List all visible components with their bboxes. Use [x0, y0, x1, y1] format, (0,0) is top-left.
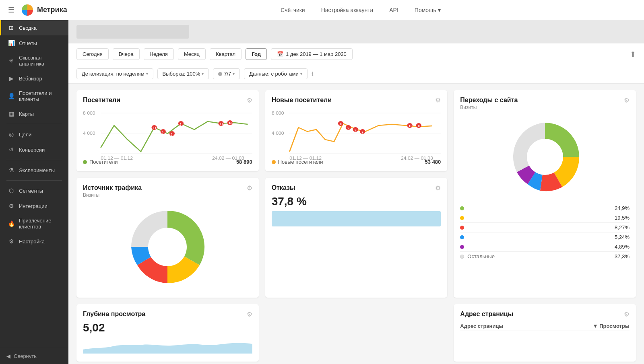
posetiteli-icon: 👤 — [8, 93, 15, 100]
sample-select[interactable]: Выборка: 100% ▾ — [157, 68, 209, 79]
visitors-card-header: Посетители ⚙ — [83, 97, 252, 104]
nav-account[interactable]: Настройка аккаунта — [321, 7, 374, 13]
sidebar-label-skvoznaya: Сквозная аналитика — [19, 55, 62, 67]
sidebar-label-eksperimenty: Эксперименты — [19, 167, 55, 173]
privlechenie-icon: 🔥 — [8, 220, 15, 227]
tseli-icon: ◎ — [8, 131, 15, 138]
address-gear-button[interactable]: ⚙ — [624, 311, 630, 318]
sidebar-item-vebvisor[interactable]: ▶ Вебвизор — [0, 71, 68, 86]
sidebar-label-karty: Карты — [19, 111, 34, 117]
sidebar-item-posetiteli[interactable]: 👤 Посетители и клиенты — [0, 86, 68, 106]
transitions-card-subtitle: Визиты — [460, 105, 518, 110]
visitors-card-title: Посетители — [83, 97, 120, 104]
traffic-donut-container — [83, 203, 252, 291]
period-week[interactable]: Неделя — [144, 48, 174, 60]
svg-text:H: H — [340, 122, 342, 125]
integratsii-icon: ⚙ — [8, 202, 15, 210]
depth-gear-button[interactable]: ⚙ — [247, 311, 252, 318]
otchety-icon: 📊 — [8, 39, 15, 47]
legend-pct-other: 37,3% — [615, 253, 630, 259]
sidebar-divider-2 — [6, 160, 62, 160]
sidebar-label-segmenty: Сегменты — [19, 188, 43, 194]
nastroika-icon: ⚙ — [8, 238, 15, 245]
logo: Метрика — [21, 4, 85, 16]
visitors-card: Посетители ⚙ 8 000 4 000 H — [76, 90, 259, 171]
sidebar-item-nastroika[interactable]: ⚙ Настройка — [0, 234, 68, 249]
counter-dot — [218, 72, 222, 76]
transitions-donut-svg — [505, 117, 585, 197]
traffic-source-card: Источник трафика Визиты ⚙ — [76, 178, 259, 298]
nav-api[interactable]: API — [389, 7, 398, 13]
sidebar-collapse[interactable]: ◀ Свернуть — [0, 348, 68, 364]
y-axis-4000: 4 000 — [272, 131, 284, 136]
sidebar-item-eksperimenty[interactable]: ⚗ Эксперименты — [0, 162, 68, 178]
legend-pct-4: 5,24% — [615, 234, 630, 240]
bounce-card: Отказы ⚙ 37,8 % — [265, 178, 448, 298]
date-range-text: 1 дек 2019 — 1 мар 2020 — [286, 51, 347, 57]
x-label-left: 01.12 — 01.12 — [101, 156, 133, 160]
traffic-card-title: Источник трафика — [83, 184, 142, 191]
sidebar-item-integratsii[interactable]: ⚙ Интеграции — [0, 198, 68, 214]
new-visitors-card: Новые посетители ⚙ 8 000 4 000 H ) ) — [265, 90, 448, 171]
counter-select[interactable]: 7/7 ▾ — [213, 68, 240, 79]
period-today[interactable]: Сегодня — [76, 48, 109, 60]
sidebar-item-tseli[interactable]: ◎ Цели — [0, 127, 68, 142]
sidebar-label-tseli: Цели — [19, 132, 31, 138]
traffic-donut-svg — [123, 203, 212, 291]
bounce-gear-button[interactable]: ⚙ — [435, 184, 441, 192]
sample-arrow-icon: ▾ — [202, 72, 204, 76]
svg-text:H: H — [409, 124, 411, 128]
depth-value: 5,02 — [83, 321, 252, 334]
legend-row-2: 19,5% — [460, 213, 630, 222]
collapse-arrow-icon: ◀ — [6, 353, 10, 359]
sidebar: ⊞ Сводка 📊 Отчеты ✳ Сквозная аналитика ▶… — [0, 20, 68, 364]
visitors-gear-button[interactable]: ⚙ — [247, 97, 252, 104]
detail-select[interactable]: Детализация: по неделям ▾ — [76, 68, 153, 79]
address-card-header: Адрес страницы ⚙ — [460, 311, 630, 318]
svg-text:): ) — [162, 130, 163, 134]
dashboard: Посетители ⚙ 8 000 4 000 H — [68, 84, 644, 364]
transitions-card: Переходы с сайта Визиты ⚙ — [454, 90, 636, 298]
sidebar-item-privlechenie[interactable]: 🔥 Привлечение клиентов — [0, 214, 68, 234]
period-month[interactable]: Месяц — [178, 48, 206, 60]
traffic-gear-button[interactable]: ⚙ — [247, 184, 252, 192]
main-content: Сегодня Вчера Неделя Месяц Квартал Год 📅… — [68, 20, 644, 364]
calendar-icon: 📅 — [277, 51, 283, 57]
new-visitors-gear-button[interactable]: ⚙ — [435, 97, 441, 104]
sidebar-item-konversii[interactable]: ↺ Конверсии — [0, 142, 68, 157]
sidebar-item-karty[interactable]: ▦ Карты — [0, 106, 68, 121]
hamburger-icon[interactable]: ☰ — [8, 6, 14, 14]
address-table: Адрес страницы ▼ Просмотры — [460, 321, 630, 331]
svg-text:H: H — [229, 121, 231, 125]
bounce-value: 37,8 % — [272, 195, 441, 208]
legend-dot-purple — [460, 245, 464, 249]
sidebar-item-svodka[interactable]: ⊞ Сводка — [0, 20, 68, 35]
address-card-title: Адрес страницы — [460, 311, 513, 318]
nav-counters[interactable]: Счётчики — [281, 7, 305, 13]
data-select[interactable]: Данные: с роботами ▾ — [244, 68, 307, 79]
counter-arrow-icon: ▾ — [233, 72, 235, 76]
address-col2-header: ▼ Просмотры — [552, 321, 630, 331]
export-button[interactable]: ⬆ — [630, 50, 636, 59]
traffic-card-subtitle: Визиты — [83, 192, 142, 198]
sidebar-item-otchety[interactable]: 📊 Отчеты — [0, 35, 68, 51]
depth-card: Глубина просмотра ⚙ 5,02 — [76, 304, 259, 362]
transitions-gear-button[interactable]: ⚙ — [624, 97, 630, 104]
period-yesterday[interactable]: Вчера — [113, 48, 140, 60]
new-visitors-legend-dot — [272, 160, 276, 164]
search-input[interactable] — [76, 25, 189, 39]
eksperimenty-icon: ⚗ — [8, 167, 15, 174]
sidebar-item-segmenty[interactable]: ⬡ Сегменты — [0, 183, 68, 198]
sidebar-label-svodka: Сводка — [19, 25, 37, 31]
period-quarter[interactable]: Квартал — [210, 48, 242, 60]
date-range-button[interactable]: 📅 1 дек 2019 — 1 мар 2020 — [271, 48, 353, 60]
vebvisor-icon: ▶ — [8, 75, 15, 82]
top-nav: ☰ Метрика Счётчики Настройка аккаунта AP… — [0, 0, 644, 20]
svg-text:): ) — [355, 128, 356, 132]
info-icon[interactable]: ℹ — [312, 71, 314, 77]
sidebar-label-konversii: Конверсии — [19, 147, 45, 153]
nav-help[interactable]: Помощь ▾ — [415, 7, 441, 13]
legend-pct-5: 4,89% — [615, 244, 630, 250]
sidebar-item-skvoznaya[interactable]: ✳ Сквозная аналитика — [0, 51, 68, 71]
period-year[interactable]: Год — [246, 48, 267, 60]
